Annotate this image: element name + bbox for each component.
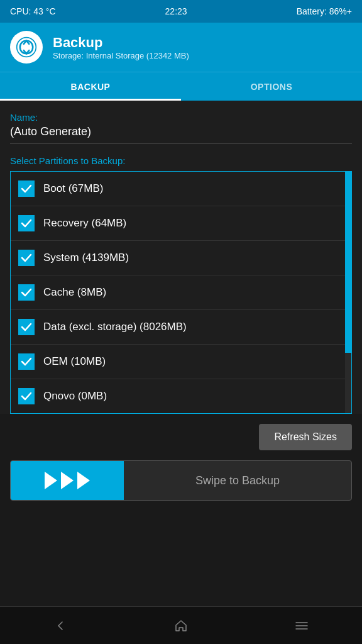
home-button[interactable]: [162, 613, 200, 638]
menu-icon: [294, 618, 309, 633]
checkbox-system[interactable]: [18, 250, 35, 266]
name-value[interactable]: (Auto Generate): [10, 125, 352, 144]
list-item: Recovery (64MB): [11, 206, 345, 241]
app-title: Backup: [53, 35, 189, 51]
main-content: Name: (Auto Generate) Select Partitions …: [0, 101, 362, 414]
partition-cache: Cache (8MB): [43, 286, 106, 299]
list-item: System (4139MB): [11, 241, 345, 275]
app-header: Backup Storage: Internal Storage (12342 …: [0, 23, 362, 72]
refresh-sizes-button[interactable]: Refresh Sizes: [259, 424, 352, 450]
name-label: Name:: [10, 112, 352, 123]
checkbox-data[interactable]: [18, 319, 35, 335]
checkbox-recovery[interactable]: [18, 215, 35, 231]
partition-qnovo: Qnovo (0MB): [43, 390, 107, 402]
bottom-nav: [0, 606, 362, 644]
arrow-icon-2: [61, 472, 74, 489]
list-item: OEM (10MB): [11, 345, 345, 379]
list-item: Cache (8MB): [11, 275, 345, 310]
svg-marker-1: [176, 621, 186, 631]
partition-boot: Boot (67MB): [43, 182, 103, 195]
back-button[interactable]: [41, 613, 79, 638]
partition-data: Data (excl. storage) (8026MB): [43, 321, 187, 333]
tab-options[interactable]: OPTIONS: [181, 72, 362, 101]
swipe-arrow-zone[interactable]: [11, 461, 124, 500]
checkbox-oem[interactable]: [18, 353, 35, 370]
checkbox-cache[interactable]: [18, 284, 35, 301]
name-section: Name: (Auto Generate): [10, 112, 352, 144]
menu-button[interactable]: [283, 613, 321, 638]
battery-status: Battery: 86%+: [297, 6, 352, 16]
partition-recovery: Recovery (64MB): [43, 217, 126, 230]
partitions-label: Select Partitions to Backup:: [10, 155, 352, 166]
cpu-status: CPU: 43 °C: [10, 6, 56, 16]
refresh-section: Refresh Sizes: [0, 414, 362, 460]
app-subtitle: Storage: Internal Storage (12342 MB): [53, 51, 189, 60]
home-icon: [173, 618, 189, 633]
scrollbar-track[interactable]: [345, 172, 351, 413]
list-item: Qnovo (0MB): [11, 379, 345, 413]
tab-backup[interactable]: BACKUP: [0, 72, 181, 101]
list-item: Data (excl. storage) (8026MB): [11, 310, 345, 345]
tab-bar: BACKUP OPTIONS: [0, 72, 362, 101]
back-icon: [53, 618, 68, 633]
partitions-container: Boot (67MB) Recovery (64MB) System (4139…: [10, 171, 352, 414]
checkbox-boot[interactable]: [18, 180, 35, 197]
partition-system: System (4139MB): [43, 252, 129, 264]
partition-list: Boot (67MB) Recovery (64MB) System (4139…: [11, 172, 345, 413]
swipe-section: Swipe to Backup: [0, 460, 362, 511]
app-title-block: Backup Storage: Internal Storage (12342 …: [53, 35, 189, 60]
checkbox-qnovo[interactable]: [18, 388, 35, 404]
list-item: Boot (67MB): [11, 172, 345, 206]
swipe-text-zone: Swipe to Backup: [124, 474, 351, 487]
arrow-icon-1: [45, 472, 57, 489]
swipe-label: Swipe to Backup: [195, 474, 280, 487]
time-status: 22:23: [165, 6, 187, 16]
partition-oem: OEM (10MB): [43, 355, 106, 368]
app-icon: [10, 31, 43, 64]
swipe-bar[interactable]: Swipe to Backup: [10, 460, 352, 501]
arrow-icon-3: [77, 472, 90, 489]
status-bar: CPU: 43 °C 22:23 Battery: 86%+: [0, 0, 362, 23]
scrollbar-thumb: [345, 172, 351, 353]
